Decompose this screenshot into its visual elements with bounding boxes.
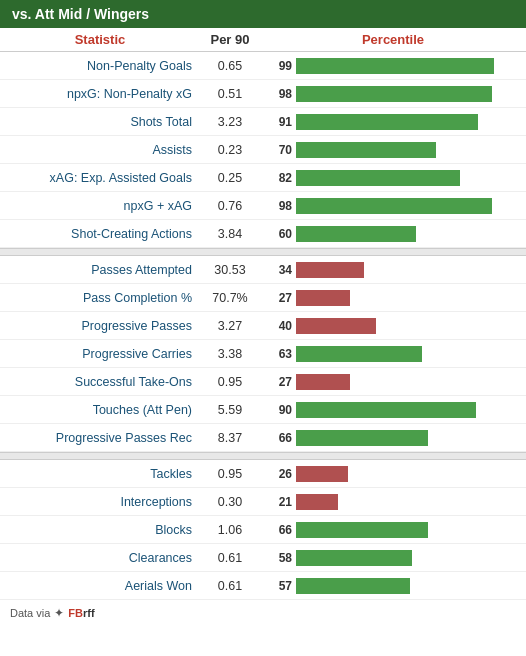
percentile-label: 66: [264, 431, 292, 445]
stat-label: Pass Completion %: [0, 291, 200, 305]
stat-label: Blocks: [0, 523, 200, 537]
bar-container: 63: [260, 346, 526, 362]
stat-label: npxG + xAG: [0, 199, 200, 213]
header-bar: vs. Att Mid / Wingers: [0, 0, 526, 28]
percentile-label: 90: [264, 403, 292, 417]
col-header-stat: Statistic: [0, 32, 200, 47]
stat-label: Shots Total: [0, 115, 200, 129]
footer: Data via ✦ FBrff: [0, 600, 526, 626]
bar-container: 27: [260, 374, 526, 390]
bar-container: 21: [260, 494, 526, 510]
per90-value: 0.25: [200, 171, 260, 185]
per90-value: 3.23: [200, 115, 260, 129]
percentile-bar: [296, 318, 376, 334]
percentile-bar: [296, 430, 428, 446]
percentile-bar: [296, 262, 364, 278]
bar-container: 90: [260, 402, 526, 418]
percentile-bar: [296, 374, 350, 390]
table-row: Non-Penalty Goals0.6599: [0, 52, 526, 80]
section-divider-2: [0, 452, 526, 460]
per90-value: 0.61: [200, 579, 260, 593]
stat-label: Progressive Carries: [0, 347, 200, 361]
percentile-label: 66: [264, 523, 292, 537]
per90-value: 3.38: [200, 347, 260, 361]
stat-label: Interceptions: [0, 495, 200, 509]
percentile-bar: [296, 494, 338, 510]
percentile-bar: [296, 198, 492, 214]
stat-label: Shot-Creating Actions: [0, 227, 200, 241]
table-row: Passes Attempted30.5334: [0, 256, 526, 284]
table-row: Clearances0.6158: [0, 544, 526, 572]
stat-label: Non-Penalty Goals: [0, 59, 200, 73]
percentile-label: 99: [264, 59, 292, 73]
col-header-per90: Per 90: [200, 32, 260, 47]
table-row: Progressive Passes Rec8.3766: [0, 424, 526, 452]
percentile-bar: [296, 226, 416, 242]
table-row: Progressive Passes3.2740: [0, 312, 526, 340]
table-row: Progressive Carries3.3863: [0, 340, 526, 368]
stat-label: Progressive Passes: [0, 319, 200, 333]
per90-value: 5.59: [200, 403, 260, 417]
header-title: vs. Att Mid / Wingers: [12, 6, 149, 22]
bar-container: 60: [260, 226, 526, 242]
per90-value: 0.61: [200, 551, 260, 565]
bar-container: 66: [260, 522, 526, 538]
bar-container: 99: [260, 58, 526, 74]
stat-label: xAG: Exp. Assisted Goals: [0, 171, 200, 185]
bar-container: 34: [260, 262, 526, 278]
percentile-label: 27: [264, 291, 292, 305]
bar-container: 91: [260, 114, 526, 130]
section-passing: Passes Attempted30.5334Pass Completion %…: [0, 256, 526, 452]
percentile-bar: [296, 550, 412, 566]
percentile-bar: [296, 346, 422, 362]
table-row: Interceptions0.3021: [0, 488, 526, 516]
percentile-label: 63: [264, 347, 292, 361]
bar-container: 66: [260, 430, 526, 446]
percentile-label: 60: [264, 227, 292, 241]
table-row: Successful Take-Ons0.9527: [0, 368, 526, 396]
percentile-bar: [296, 290, 350, 306]
percentile-bar: [296, 170, 460, 186]
per90-value: 0.95: [200, 375, 260, 389]
table-row: Tackles0.9526: [0, 460, 526, 488]
table-row: npxG: Non-Penalty xG0.5198: [0, 80, 526, 108]
stat-label: Assists: [0, 143, 200, 157]
percentile-bar: [296, 466, 348, 482]
stat-label: Progressive Passes Rec: [0, 431, 200, 445]
section-divider-1: [0, 248, 526, 256]
percentile-bar: [296, 86, 492, 102]
percentile-label: 98: [264, 87, 292, 101]
section-defending: Tackles0.9526Interceptions0.3021Blocks1.…: [0, 460, 526, 600]
bar-container: 98: [260, 86, 526, 102]
per90-value: 0.95: [200, 467, 260, 481]
per90-value: 0.51: [200, 87, 260, 101]
bar-container: 98: [260, 198, 526, 214]
table-row: npxG + xAG0.7698: [0, 192, 526, 220]
stat-label: Touches (Att Pen): [0, 403, 200, 417]
percentile-bar: [296, 402, 476, 418]
per90-value: 3.84: [200, 227, 260, 241]
percentile-bar: [296, 578, 410, 594]
per90-value: 0.23: [200, 143, 260, 157]
percentile-label: 98: [264, 199, 292, 213]
per90-value: 3.27: [200, 319, 260, 333]
percentile-label: 27: [264, 375, 292, 389]
bar-container: 58: [260, 550, 526, 566]
table-row: Shots Total3.2391: [0, 108, 526, 136]
stat-label: Successful Take-Ons: [0, 375, 200, 389]
percentile-label: 82: [264, 171, 292, 185]
bar-container: 82: [260, 170, 526, 186]
stat-label: Aerials Won: [0, 579, 200, 593]
per90-value: 0.76: [200, 199, 260, 213]
footer-text: Data via: [10, 607, 50, 619]
per90-value: 70.7%: [200, 291, 260, 305]
table-row: Pass Completion %70.7%27: [0, 284, 526, 312]
stat-label: Clearances: [0, 551, 200, 565]
footer-icon: ✦: [54, 606, 64, 620]
table-row: Aerials Won0.6157: [0, 572, 526, 600]
bar-container: 70: [260, 142, 526, 158]
table-container: Statistic Per 90 Percentile Non-Penalty …: [0, 28, 526, 600]
stat-label: Tackles: [0, 467, 200, 481]
bar-container: 57: [260, 578, 526, 594]
percentile-label: 21: [264, 495, 292, 509]
